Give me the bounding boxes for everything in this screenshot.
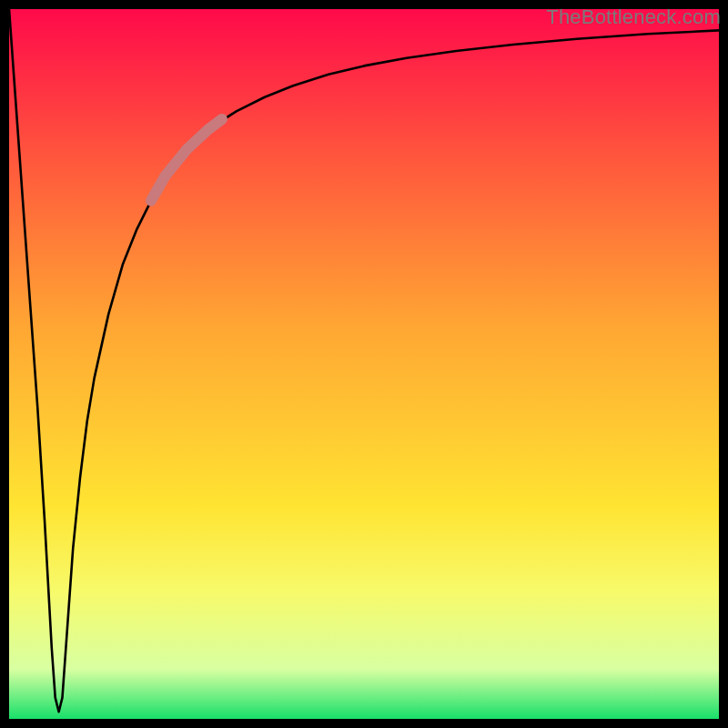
svg-rect-0 (9, 9, 719, 719)
plot-area (9, 9, 719, 719)
chart-svg (9, 9, 719, 719)
watermark-label: TheBottleneck.com (546, 5, 721, 29)
chart-container: TheBottleneck.com (0, 0, 728, 728)
